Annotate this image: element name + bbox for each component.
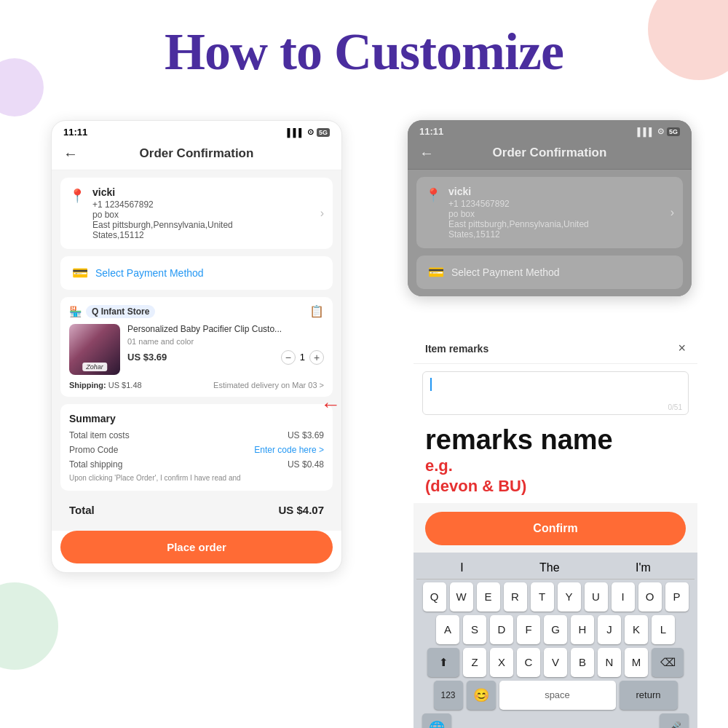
key-j[interactable]: J (598, 615, 621, 644)
note-input[interactable]: 0/51 (422, 371, 689, 415)
store-icon: 🏪 (69, 306, 82, 317)
payment-icon-left: 💳 (72, 265, 88, 281)
product-image-label: Zohar (82, 363, 107, 371)
key-numbers[interactable]: 123 (434, 681, 463, 710)
key-i[interactable]: I (612, 582, 635, 612)
key-s[interactable]: S (463, 615, 486, 644)
payment-card-left[interactable]: 💳 Select Payment Method (60, 256, 333, 290)
item-remarks-dialog: Item remarks × 0/51 remarks name e.g. (d… (414, 333, 697, 728)
key-return[interactable]: return (620, 681, 678, 710)
key-backspace[interactable]: ⌫ (652, 648, 684, 677)
left-phone-screenshot: 11:11 ▌▌▌ ⊙ 5G ← Order Confirmation 📍 vi… (51, 120, 342, 573)
location-icon-left: 📍 (69, 188, 85, 204)
key-globe[interactable]: 🌐 (422, 713, 451, 728)
terms-text: Upon clicking 'Place Order', I confirm I… (69, 474, 324, 482)
total-label: Total (69, 504, 95, 516)
key-d[interactable]: D (490, 615, 513, 644)
key-x[interactable]: X (490, 648, 513, 677)
key-z[interactable]: Z (463, 648, 486, 677)
payment-icon-right: 💳 (428, 264, 444, 280)
annotation-sub-text: e.g. (devon & BU) (425, 456, 686, 497)
status-bar-left: 11:11 ▌▌▌ ⊙ 5G (52, 121, 341, 141)
suggestion-i[interactable]: I (460, 561, 463, 574)
address-line3: States,15112 (92, 230, 324, 240)
summary-row-promo[interactable]: Promo Code Enter code here > (69, 445, 324, 455)
key-m[interactable]: M (625, 648, 648, 677)
key-v[interactable]: V (544, 648, 567, 677)
signal-icon-left: ▌▌▌ (288, 128, 304, 137)
key-l[interactable]: L (652, 615, 675, 644)
key-o[interactable]: O (638, 582, 662, 612)
product-name: Personalized Baby Pacifier Clip Custo... (127, 324, 324, 336)
store-name-badge: Q Infant Store (86, 305, 155, 318)
store-section: 🏪 Q Infant Store 📋 Zohar Personalized Ba… (60, 297, 333, 397)
summary-promo-value: Enter code here > (254, 445, 324, 455)
back-button-left[interactable]: ← (63, 146, 78, 162)
right-phone-screenshot: 11:11 ▌▌▌ ⊙ 5G ← Order Confirmation 📍 vi… (408, 120, 692, 296)
key-p[interactable]: P (665, 582, 689, 612)
payment-text-left: Select Payment Method (95, 267, 204, 279)
keyboard-row-3: ⬆ Z X C V B N M ⌫ (416, 648, 695, 677)
back-button-right[interactable]: ← (419, 145, 434, 162)
annotation-area: remarks name e.g. (devon & BU) (414, 422, 697, 503)
address-name-right: vicki (448, 186, 589, 197)
summary-item-label: Total item costs (69, 430, 130, 440)
keyboard-row-2: A S D F G H J K L (416, 615, 695, 644)
status-time-right: 11:11 (419, 126, 443, 137)
chevron-right-icon: › (320, 207, 324, 220)
key-n[interactable]: N (598, 648, 621, 677)
keyboard-row-1: Q W E R T Y U I O P (416, 582, 695, 612)
key-q[interactable]: Q (423, 582, 446, 612)
key-h[interactable]: H (571, 615, 594, 644)
qty-decrease-btn[interactable]: − (281, 350, 296, 365)
key-c[interactable]: C (517, 648, 540, 677)
key-k[interactable]: K (625, 615, 648, 644)
key-a[interactable]: A (436, 615, 459, 644)
address-info-right: vicki +1 1234567892 po box East pittsbur… (448, 186, 589, 240)
qty-value: 1 (300, 352, 305, 363)
keyboard-bottom-row: 123 😊 space return (416, 681, 695, 710)
product-price: US $3.69 (127, 352, 167, 363)
suggestion-im[interactable]: I'm (636, 561, 651, 574)
note-icon[interactable]: 📋 (309, 304, 324, 318)
bg-decoration-mint (0, 582, 58, 670)
suggestion-the[interactable]: The (539, 561, 560, 574)
key-shift[interactable]: ⬆ (427, 648, 459, 677)
address-line2-right: East pittsburgh,Pennsylvania,United (448, 219, 589, 229)
summary-row-items: Total item costs US $3.69 (69, 430, 324, 440)
key-f[interactable]: F (517, 615, 540, 644)
key-e[interactable]: E (477, 582, 500, 612)
key-b[interactable]: B (571, 648, 594, 677)
place-order-button[interactable]: Place order (60, 531, 333, 563)
header-title-right: Order Confirmation (493, 146, 607, 160)
summary-card: Summary Total item costs US $3.69 Promo … (60, 404, 333, 491)
store-header: 🏪 Q Infant Store 📋 (69, 304, 324, 318)
key-space[interactable]: space (499, 681, 616, 710)
page-title: How to Customize (0, 22, 728, 82)
confirm-button[interactable]: Confirm (425, 512, 686, 545)
key-w[interactable]: W (450, 582, 473, 612)
qty-control: − 1 + (281, 350, 324, 365)
dialog-header: Item remarks × (414, 333, 697, 364)
key-emoji[interactable]: 😊 (467, 681, 496, 710)
keyboard: I The I'm Q W E R T Y U I O P A S D F G … (414, 553, 697, 728)
phone-content-left: 📍 vicki +1 1234567892 po box East pittsb… (52, 170, 341, 531)
product-price-row: US $3.69 − 1 + (127, 350, 324, 365)
status-bar-right: 11:11 ▌▌▌ ⊙ 5G (408, 120, 692, 140)
key-y[interactable]: Y (558, 582, 581, 612)
shipping-label: Shipping: (69, 381, 106, 389)
dialog-close-btn[interactable]: × (678, 341, 686, 356)
key-g[interactable]: G (544, 615, 567, 644)
address-card-right[interactable]: 📍 vicki +1 1234567892 po box East pittsb… (416, 177, 683, 248)
payment-card-right[interactable]: 💳 Select Payment Method (416, 256, 683, 289)
red-arrow-annotation: ← (320, 393, 341, 416)
qty-increase-btn[interactable]: + (309, 350, 324, 365)
key-t[interactable]: T (531, 582, 554, 612)
key-r[interactable]: R (504, 582, 527, 612)
address-card-left[interactable]: 📍 vicki +1 1234567892 po box East pittsb… (60, 178, 333, 249)
store-name-wrapper: 🏪 Q Infant Store (69, 305, 155, 318)
key-u[interactable]: U (585, 582, 608, 612)
key-mic[interactable]: 🎤 (660, 713, 689, 728)
status-time-left: 11:11 (63, 127, 87, 138)
summary-shipping-label: Total shipping (69, 459, 122, 470)
